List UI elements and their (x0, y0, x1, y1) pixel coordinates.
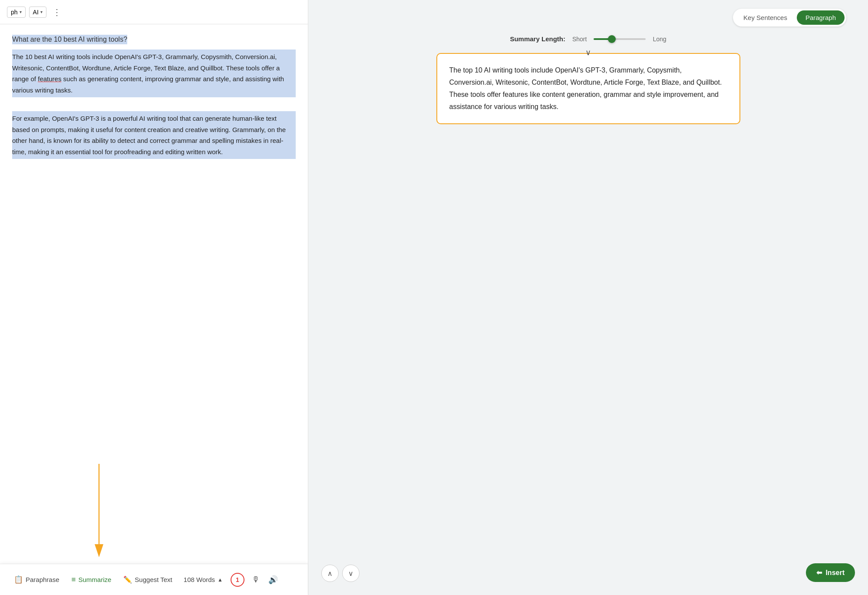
right-top-bar: Key Sentences Paragraph (321, 9, 855, 26)
volume-button[interactable]: 🔊 (265, 572, 281, 588)
insert-icon: ⬅ (816, 569, 822, 577)
notification-badge[interactable]: 1 (231, 573, 244, 587)
slider-track (594, 38, 646, 40)
summarize-icon: ≡ (72, 575, 76, 584)
font-dropdown[interactable]: ph ▾ (7, 7, 26, 18)
ai-dropdown[interactable]: AI ▾ (29, 7, 46, 18)
key-sentences-toggle[interactable]: Key Sentences (735, 10, 796, 25)
suggest-text-button[interactable]: ✏️ Suggest Text (118, 572, 177, 587)
volume-icon: 🔊 (268, 575, 278, 585)
editor-panel: ph ▾ AI ▾ ⋮ What are the 10 best AI writ… (0, 0, 308, 595)
mode-toggle-group: Key Sentences Paragraph (733, 9, 846, 26)
summary-length-label: Summary Length: (510, 35, 565, 43)
summarize-button[interactable]: ≡ Summarize (66, 572, 117, 588)
summary-length-slider[interactable] (594, 38, 646, 40)
nav-down-icon: ∨ (348, 569, 353, 578)
paraphrase-label: Paraphrase (26, 576, 59, 583)
summary-box: ∨ The top 10 AI writing tools include Op… (436, 53, 740, 124)
suggest-text-label: Suggest Text (135, 576, 172, 583)
right-panel: Key Sentences Paragraph Summary Length: … (308, 0, 868, 595)
microphone-button[interactable]: 🎙 (248, 572, 264, 588)
nav-down-button[interactable]: ∨ (342, 565, 360, 582)
paragraph-2-text: For example, OpenAI's GPT-3 is a powerfu… (12, 115, 286, 155)
word-count-chevron-icon: ▲ (218, 577, 223, 583)
editor-question: What are the 10 best AI writing tools? (12, 35, 127, 44)
long-label: Long (653, 36, 666, 43)
editor-toolbar: ph ▾ AI ▾ ⋮ (0, 0, 308, 24)
right-bottom-nav: ∧ ∨ (321, 565, 360, 582)
font-chevron-icon: ▾ (20, 10, 22, 14)
badge-count: 1 (236, 576, 239, 583)
paraphrase-button[interactable]: 📋 Paraphrase (9, 572, 65, 588)
editor-paragraph-2: For example, OpenAI's GPT-3 is a powerfu… (12, 111, 296, 159)
insert-label: Insert (825, 569, 845, 577)
microphone-icon: 🎙 (252, 575, 260, 584)
nav-up-icon: ∧ (327, 569, 333, 578)
paragraph-toggle[interactable]: Paragraph (797, 10, 845, 25)
suggest-icon: ✏️ (123, 575, 132, 584)
font-label: ph (11, 9, 18, 16)
paragraph-1-text: The 10 best AI writing tools include Ope… (12, 53, 284, 94)
slider-thumb (608, 35, 616, 43)
ai-label: AI (33, 9, 39, 16)
summary-text: The top 10 AI writing tools include Open… (449, 66, 722, 110)
word-count-label: 108 Words (184, 576, 215, 583)
editor-content[interactable]: What are the 10 best AI writing tools? T… (0, 24, 308, 564)
summarize-label: Summarize (78, 576, 111, 583)
summary-length-row: Summary Length: Short Long (321, 35, 855, 43)
nav-up-button[interactable]: ∧ (321, 565, 339, 582)
more-options-button[interactable]: ⋮ (50, 5, 64, 19)
ai-chevron-icon: ▾ (40, 10, 43, 14)
word-count-button[interactable]: 108 Words ▲ (179, 572, 227, 587)
insert-button[interactable]: ⬅ Insert (806, 563, 855, 582)
underline-word: features (38, 75, 61, 83)
paraphrase-icon: 📋 (14, 575, 23, 584)
editor-paragraph-1: The 10 best AI writing tools include Ope… (12, 50, 296, 97)
short-label: Short (572, 36, 587, 43)
bottom-toolbar: 📋 Paraphrase ≡ Summarize ✏️ Suggest Text… (0, 564, 308, 595)
summary-dropdown-arrow-icon: ∨ (585, 46, 591, 60)
